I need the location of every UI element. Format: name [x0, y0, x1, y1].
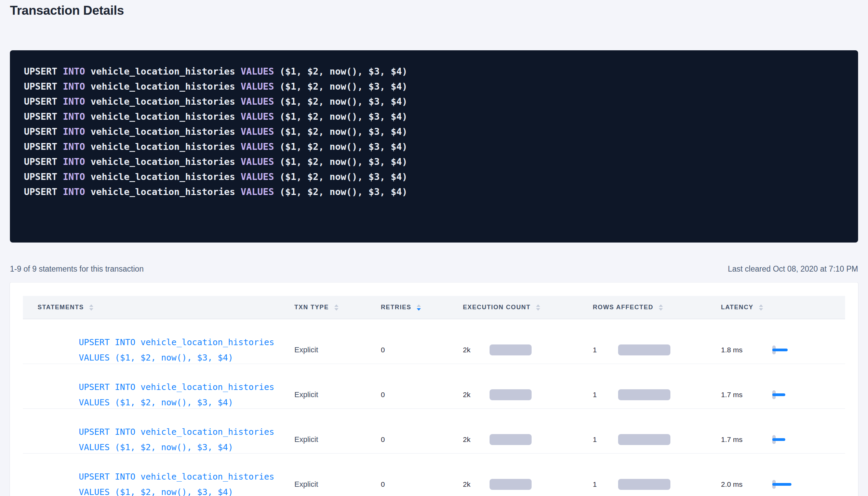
- sort-icons: [759, 304, 763, 311]
- statements-count-text: 1-9 of 9 statements for this transaction: [10, 264, 144, 274]
- statement-link[interactable]: UPSERT INTO vehicle_location_histories V…: [38, 454, 294, 496]
- rows-affected-value: 1: [593, 346, 618, 354]
- execution-count-cell: 2k: [463, 389, 593, 400]
- statement-line-1: UPSERT INTO vehicle_location_histories: [79, 337, 274, 347]
- latency-bar: [772, 438, 785, 441]
- sort-asc-icon: [417, 304, 421, 307]
- latency-value: 2.0 ms: [721, 480, 772, 488]
- statement-cell: UPSERT INTO vehicle_location_histories V…: [23, 454, 294, 496]
- sort-desc-icon: [89, 308, 93, 311]
- sort-icons: [417, 304, 421, 311]
- sql-token-plain: ($1, $2, now(), $3, $4): [274, 186, 408, 197]
- sql-token-plain: vehicle_location_histories: [85, 66, 241, 77]
- sort-desc-icon: [759, 308, 763, 311]
- transaction-details-page: Transaction Details UPSERT INTO vehicle_…: [0, 0, 868, 496]
- sql-token-plain: vehicle_location_histories: [85, 171, 241, 182]
- rows-affected-cell: 1: [593, 344, 721, 355]
- sql-statements: UPSERT INTO vehicle_location_histories V…: [24, 64, 844, 199]
- sql-line: UPSERT INTO vehicle_location_histories V…: [24, 169, 844, 184]
- rows-affected-bar: [618, 344, 670, 355]
- sql-token-plain: vehicle_location_histories: [85, 96, 241, 107]
- execution-count-cell: 2k: [463, 344, 593, 355]
- statement-line-1: UPSERT INTO vehicle_location_histories: [79, 472, 274, 482]
- sql-line: UPSERT INTO vehicle_location_histories V…: [24, 79, 844, 94]
- execution-count-bar: [490, 434, 532, 445]
- sql-token-plain: ($1, $2, now(), $3, $4): [274, 156, 408, 167]
- sql-token-plain: UPSERT: [24, 141, 63, 152]
- latency-value: 1.8 ms: [721, 346, 772, 354]
- sql-line: UPSERT INTO vehicle_location_histories V…: [24, 124, 844, 139]
- sort-icons: [659, 304, 663, 311]
- latency-bar-chart: [772, 435, 796, 444]
- sql-token-plain: vehicle_location_histories: [85, 186, 241, 197]
- sql-token-plain: UPSERT: [24, 126, 63, 137]
- retries-cell: 0: [381, 480, 463, 489]
- txn-type-cell: Explicit: [294, 345, 381, 354]
- sql-token-plain: UPSERT: [24, 156, 63, 167]
- sql-token-keyword: INTO: [63, 81, 85, 92]
- column-header-label: ROWS AFFECTED: [593, 304, 653, 311]
- retries-value: 0: [381, 346, 385, 354]
- sql-token-plain: UPSERT: [24, 186, 63, 197]
- sort-icons: [334, 304, 338, 311]
- execution-count-value: 2k: [463, 346, 490, 354]
- sort-desc-icon: [417, 308, 421, 311]
- sort-desc-icon: [659, 308, 663, 311]
- latency-value: 1.7 ms: [721, 435, 772, 444]
- column-header-latency[interactable]: LATENCY: [721, 304, 845, 311]
- column-header-txn-type[interactable]: TXN TYPE: [294, 304, 381, 311]
- sql-token-plain: ($1, $2, now(), $3, $4): [274, 171, 408, 182]
- sql-token-keyword: VALUES: [241, 186, 274, 197]
- execution-count-bar: [490, 479, 532, 490]
- sql-token-plain: ($1, $2, now(), $3, $4): [274, 66, 408, 77]
- column-header-execution-count[interactable]: EXECUTION COUNT: [463, 304, 593, 311]
- sql-token-keyword: VALUES: [241, 96, 274, 107]
- sort-asc-icon: [659, 304, 663, 307]
- txn-type-cell: Explicit: [294, 435, 381, 444]
- sql-line: UPSERT INTO vehicle_location_histories V…: [24, 64, 844, 79]
- sort-icons: [536, 304, 540, 311]
- table-row: UPSERT INTO vehicle_location_histories V…: [23, 364, 845, 409]
- column-header-statements[interactable]: STATEMENTS: [23, 304, 294, 311]
- retries-value: 0: [381, 480, 385, 488]
- execution-count-value: 2k: [463, 391, 490, 399]
- column-header-label: RETRIES: [381, 304, 411, 311]
- column-header-rows-affected[interactable]: ROWS AFFECTED: [593, 304, 721, 311]
- latency-bar: [772, 393, 785, 396]
- column-header-retries[interactable]: RETRIES: [381, 304, 463, 311]
- latency-cell: 1.7 ms: [721, 390, 845, 400]
- sql-token-keyword: INTO: [63, 171, 85, 182]
- execution-count-cell: 2k: [463, 434, 593, 445]
- execution-count-value: 2k: [463, 435, 490, 444]
- sql-token-plain: ($1, $2, now(), $3, $4): [274, 96, 408, 107]
- txn-type-value: Explicit: [294, 480, 318, 488]
- sql-token-plain: UPSERT: [24, 66, 63, 77]
- sql-line: UPSERT INTO vehicle_location_histories V…: [24, 94, 844, 109]
- execution-count-cell: 2k: [463, 479, 593, 490]
- sql-token-keyword: VALUES: [241, 171, 274, 182]
- rows-affected-bar: [618, 389, 670, 400]
- rows-affected-cell: 1: [593, 434, 721, 445]
- latency-bar-chart: [772, 480, 796, 489]
- statement-line-1: UPSERT INTO vehicle_location_histories: [79, 427, 274, 437]
- sql-token-plain: ($1, $2, now(), $3, $4): [274, 126, 408, 137]
- latency-cell: 2.0 ms: [721, 480, 845, 489]
- rows-affected-bar: [618, 434, 670, 445]
- execution-count-bar: [490, 344, 532, 355]
- retries-cell: 0: [381, 390, 463, 399]
- sql-token-plain: vehicle_location_histories: [85, 156, 241, 167]
- sql-token-keyword: VALUES: [241, 156, 274, 167]
- sql-token-plain: vehicle_location_histories: [85, 81, 241, 92]
- sql-token-keyword: INTO: [63, 156, 85, 167]
- sql-token-plain: vehicle_location_histories: [85, 126, 241, 137]
- retries-value: 0: [381, 391, 385, 399]
- statement-line-2: VALUES ($1, $2, now(), $3, $4): [79, 353, 233, 363]
- txn-type-cell: Explicit: [294, 480, 381, 489]
- sql-token-plain: vehicle_location_histories: [85, 141, 241, 152]
- statement-line-2: VALUES ($1, $2, now(), $3, $4): [79, 397, 233, 407]
- sql-token-keyword: VALUES: [241, 126, 274, 137]
- table-row: UPSERT INTO vehicle_location_histories V…: [23, 454, 845, 496]
- sort-asc-icon: [334, 304, 338, 307]
- rows-affected-value: 1: [593, 391, 618, 399]
- sql-line: UPSERT INTO vehicle_location_histories V…: [24, 139, 844, 154]
